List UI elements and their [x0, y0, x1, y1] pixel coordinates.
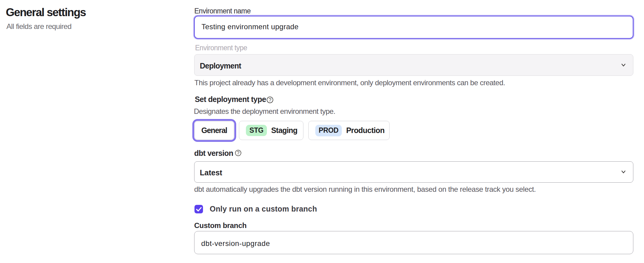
svg-text:?: ?: [237, 150, 240, 156]
svg-text:?: ?: [268, 97, 271, 103]
